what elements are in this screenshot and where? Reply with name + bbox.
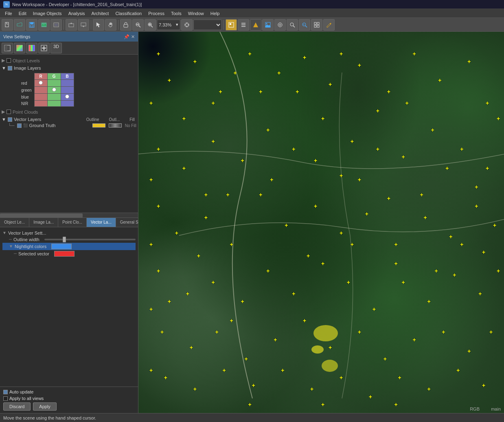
menu-tools[interactable]: Tools bbox=[168, 10, 185, 17]
zoom-input[interactable]: 7.33% bbox=[159, 22, 175, 27]
statusbar: Move the scene using the hand shaped cur… bbox=[0, 413, 504, 422]
tab-point-clouds[interactable]: Point Clo... bbox=[58, 218, 87, 227]
ground-truth-row: └─ ⬛ Ground Truth No Fill bbox=[2, 123, 136, 128]
apply-to-all-label: Apply to all views bbox=[9, 396, 44, 401]
svg-rect-44 bbox=[314, 22, 316, 24]
gt-fill-label: No Fill bbox=[125, 123, 136, 128]
new-workspace-btn[interactable] bbox=[2, 19, 13, 31]
image-view-btn[interactable] bbox=[262, 19, 274, 31]
tab-image-layers[interactable]: Image La... bbox=[29, 218, 58, 227]
apply-to-all-cb[interactable] bbox=[3, 396, 8, 401]
vector-layers-cb[interactable] bbox=[8, 117, 12, 122]
hand-tool-btn[interactable] bbox=[105, 19, 116, 31]
menu-help[interactable]: Help bbox=[207, 10, 223, 17]
zoom-control[interactable]: 7.33% ▾ bbox=[157, 20, 180, 30]
green-r-cell[interactable] bbox=[34, 87, 47, 94]
view-dropdown[interactable]: main bbox=[193, 20, 222, 30]
highlight-color-swatch[interactable] bbox=[51, 244, 72, 249]
mode-3d-btn[interactable]: 3D bbox=[50, 43, 62, 53]
gt-outline-color[interactable] bbox=[92, 123, 105, 127]
highlight-colors-row[interactable]: ▼ Nightlight colors bbox=[2, 243, 136, 250]
nir-b-cell[interactable] bbox=[61, 101, 74, 107]
menu-analysis[interactable]: Analysis bbox=[65, 10, 88, 17]
vector-sett-label: Vector Layer Sett... bbox=[8, 231, 46, 235]
save-btn[interactable] bbox=[26, 19, 37, 31]
image-layers-cb[interactable] bbox=[8, 66, 12, 70]
auto-update-row: Auto update bbox=[3, 389, 135, 394]
export-yellow-btn[interactable] bbox=[250, 19, 261, 31]
window-title: New Workspace - Developer - [chittenden_… bbox=[12, 2, 142, 7]
blue-g-cell[interactable] bbox=[47, 94, 61, 101]
selected-vector-label: Selected vector bbox=[18, 251, 49, 256]
open-btn[interactable] bbox=[14, 19, 25, 31]
tab-object-levels[interactable]: Object Le... bbox=[0, 218, 29, 227]
object-levels-cb[interactable] bbox=[7, 58, 11, 63]
tool-export-btn[interactable] bbox=[66, 19, 77, 31]
menu-process[interactable]: Process bbox=[145, 10, 168, 17]
red-r-cell[interactable] bbox=[34, 80, 47, 87]
menu-image-objects[interactable]: Image Objects bbox=[30, 10, 65, 17]
green-g-cell[interactable] bbox=[47, 87, 61, 94]
list-btn[interactable] bbox=[238, 19, 249, 31]
cursor-tool-btn[interactable] bbox=[93, 19, 104, 31]
green-b-cell[interactable] bbox=[61, 87, 74, 94]
mode-add-btn[interactable] bbox=[38, 43, 50, 53]
outline-width-slider[interactable] bbox=[44, 239, 136, 240]
svg-rect-55 bbox=[33, 45, 35, 51]
red-g-cell[interactable] bbox=[47, 80, 61, 87]
svg-rect-53 bbox=[29, 45, 31, 51]
filter-btn[interactable] bbox=[274, 19, 286, 31]
menu-architect[interactable]: Architect bbox=[88, 10, 112, 17]
discard-button[interactable]: Discard bbox=[3, 402, 31, 411]
svg-point-37 bbox=[278, 23, 282, 27]
image-layers-expand: ▼ bbox=[2, 66, 6, 70]
grid-btn[interactable] bbox=[311, 19, 322, 31]
bottom-controls: Auto update Apply to all views Discard A… bbox=[0, 387, 138, 413]
zoom-out-btn[interactable] bbox=[132, 19, 144, 31]
zoom-in-btn[interactable] bbox=[145, 19, 156, 31]
img1-btn[interactable] bbox=[38, 19, 50, 31]
blue-b-cell[interactable] bbox=[61, 94, 74, 101]
mode-grayscale-btn[interactable] bbox=[2, 43, 13, 53]
edit-btn[interactable] bbox=[323, 19, 335, 31]
menu-edit[interactable]: Edit bbox=[15, 10, 30, 17]
gt-outline-width[interactable] bbox=[109, 123, 122, 127]
h-scrollbar[interactable] bbox=[0, 213, 138, 218]
menu-window[interactable]: Window bbox=[185, 10, 207, 17]
selected-vector-swatch[interactable] bbox=[54, 251, 75, 257]
map-area[interactable]: ++++++++++++++++++++++++++++++++++++++++… bbox=[138, 32, 504, 413]
red-b-cell[interactable] bbox=[61, 80, 74, 87]
pan-btn[interactable] bbox=[181, 19, 193, 31]
img2-btn[interactable] bbox=[50, 19, 62, 31]
apply-button[interactable]: Apply bbox=[33, 402, 57, 411]
lock-btn[interactable] bbox=[120, 19, 131, 31]
satellite-background bbox=[138, 32, 504, 413]
svg-rect-45 bbox=[317, 22, 319, 24]
close-panel-btn[interactable]: ✕ bbox=[131, 34, 135, 40]
channel-matrix: R G B red bbox=[18, 73, 74, 107]
search-map-btn[interactable] bbox=[287, 19, 298, 31]
blue-r-cell[interactable] bbox=[34, 94, 47, 101]
g-header: G bbox=[47, 73, 61, 80]
selected-dash: ─ bbox=[14, 251, 17, 256]
ground-truth-cb[interactable] bbox=[17, 123, 22, 128]
svg-point-35 bbox=[266, 23, 267, 24]
menu-file[interactable]: File bbox=[2, 10, 15, 17]
mode-pseudo-btn[interactable] bbox=[26, 43, 37, 53]
pin-btn[interactable]: 📌 bbox=[124, 34, 129, 40]
tool-import-btn[interactable] bbox=[78, 19, 89, 31]
nir-g-cell[interactable] bbox=[47, 101, 61, 107]
svg-line-40 bbox=[293, 26, 295, 27]
point-clouds-cb[interactable] bbox=[7, 110, 11, 114]
menu-classification[interactable]: Classification bbox=[112, 10, 145, 17]
search2-btn[interactable]: + bbox=[299, 19, 310, 31]
overview-btn[interactable] bbox=[226, 19, 237, 31]
nir-r-cell[interactable] bbox=[34, 101, 47, 107]
svg-rect-12 bbox=[81, 23, 86, 26]
svg-rect-9 bbox=[55, 24, 58, 26]
vector-layers-label: Vector Layers bbox=[14, 117, 41, 122]
left-panel: View Settings 📌 ✕ 3D bbox=[0, 32, 138, 413]
auto-update-cb[interactable] bbox=[3, 390, 8, 394]
mode-color-btn[interactable] bbox=[14, 43, 25, 53]
tab-vector-layers[interactable]: Vector La... bbox=[87, 218, 116, 227]
